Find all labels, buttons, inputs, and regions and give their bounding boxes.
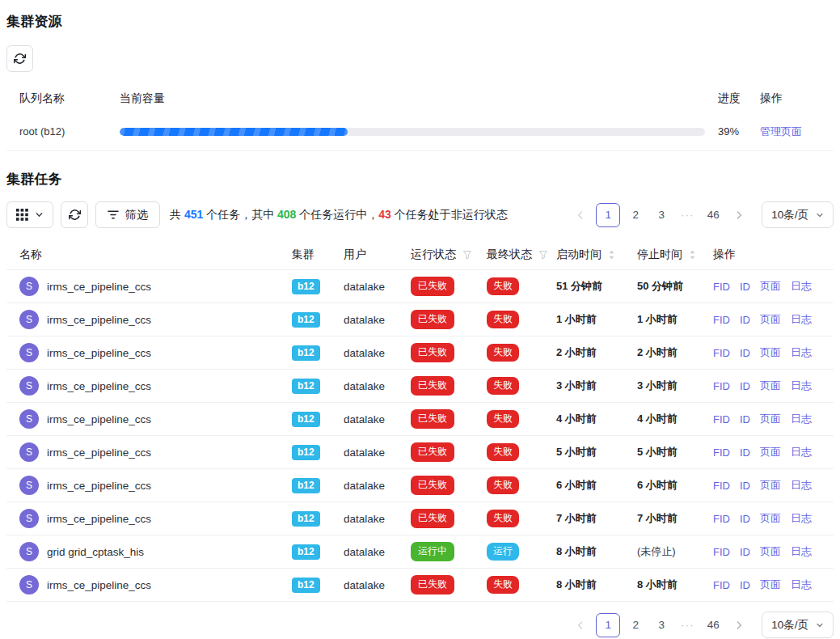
row-actions: FIDID页面日志 [713,478,834,493]
filter-funnel-icon[interactable] [462,250,472,260]
action-link-id[interactable]: ID [740,579,750,591]
prev-page-icon[interactable] [570,613,591,637]
col-header-run-status: 运行状态 [411,248,487,262]
action-link-fid[interactable]: FID [713,281,730,293]
sorter-icon[interactable] [608,249,615,260]
page-button-2[interactable]: 2 [625,613,646,637]
action-link-页面[interactable]: 页面 [760,578,781,592]
action-link-页面[interactable]: 页面 [760,412,781,426]
action-link-fid[interactable]: FID [713,413,730,425]
avatar: S [19,542,39,561]
run-status-badge: 已失败 [411,476,454,495]
action-link-id[interactable]: ID [740,513,750,525]
action-link-日志[interactable]: 日志 [791,279,812,294]
action-link-fid[interactable]: FID [713,480,730,492]
run-status-badge: 已失败 [411,442,454,462]
action-link-fid[interactable]: FID [713,546,730,558]
next-page-icon[interactable] [728,203,749,227]
avatar: S [19,409,39,429]
page-button-3[interactable]: 3 [651,203,672,227]
action-link-日志[interactable]: 日志 [791,544,812,559]
page-button-46[interactable]: 46 [703,203,724,227]
action-link-日志[interactable]: 日志 [791,478,812,493]
action-link-fid[interactable]: FID [713,347,730,359]
avatar-letter: S [26,480,32,491]
action-link-日志[interactable]: 日志 [791,511,812,526]
filter-button[interactable]: 筛选 [95,201,160,228]
avatar: S [19,376,39,396]
action-link-页面[interactable]: 页面 [760,345,781,360]
row-actions: FIDID页面日志 [713,511,834,526]
action-link-id[interactable]: ID [740,314,750,326]
action-link-id[interactable]: ID [740,546,750,558]
action-link-日志[interactable]: 日志 [791,312,812,327]
action-link-日志[interactable]: 日志 [791,379,812,393]
action-link-页面[interactable]: 页面 [760,312,781,327]
chevron-down-icon [35,210,44,219]
page-button-3[interactable]: 3 [651,613,672,637]
page-size-select[interactable]: 10条/页 [762,611,834,638]
stop-time: 5 小时前 [637,445,713,459]
action-link-id[interactable]: ID [740,281,750,293]
page-button-46[interactable]: 46 [703,613,724,637]
action-link-页面[interactable]: 页面 [760,379,781,393]
prev-page-icon[interactable] [570,203,591,227]
next-page-icon[interactable] [728,613,749,637]
chevron-down-icon [816,211,824,219]
page-ellipsis[interactable]: ··· [677,613,698,637]
cluster-tag: b12 [292,478,320,494]
action-link-页面[interactable]: 页面 [760,445,781,459]
start-time: 2 小时前 [556,345,637,360]
action-link-id[interactable]: ID [740,347,750,359]
avatar-letter: S [26,380,32,391]
page-button-1[interactable]: 1 [596,203,620,227]
col-header-stop-time: 停止时间 [637,248,713,262]
action-link-id[interactable]: ID [740,413,750,425]
filter-funnel-icon[interactable] [538,250,548,260]
tasks-footer: 1 2 3 ··· 46 10条/页 [6,611,834,638]
action-link-fid[interactable]: FID [713,579,730,591]
stop-time: 2 小时前 [637,345,713,360]
action-link-日志[interactable]: 日志 [791,412,812,426]
progress-fill [120,128,348,136]
action-link-id[interactable]: ID [740,446,750,459]
page-size-select[interactable]: 10条/页 [762,201,834,228]
layout-dropdown-button[interactable] [6,201,53,228]
avatar: S [19,442,39,462]
run-status-badge: 运行中 [411,542,454,561]
table-row: S irms_ce_pipeline_ccs b12 datalake 已失败 … [6,336,834,370]
tasks-table-header: 名称 集群 用户 运行状态 最终状态 启动时间 [6,239,834,270]
action-link-fid[interactable]: FID [713,446,730,459]
page-button-2[interactable]: 2 [625,203,646,227]
avatar: S [19,509,39,528]
action-link-fid[interactable]: FID [713,314,730,326]
action-link-id[interactable]: ID [740,380,750,392]
avatar-letter: S [26,413,32,425]
user-name: datalake [344,446,411,459]
summary-text: 共 [170,208,184,221]
sorter-icon[interactable] [689,249,696,260]
manage-page-link[interactable]: 管理页面 [760,125,802,138]
action-link-日志[interactable]: 日志 [791,345,812,360]
action-link-页面[interactable]: 页面 [760,478,781,493]
refresh-icon [69,209,81,221]
action-link-fid[interactable]: FID [713,513,730,525]
refresh-tasks-button[interactable] [61,201,88,228]
filter-icon [108,209,119,220]
page-button-1[interactable]: 1 [596,613,620,637]
page-ellipsis[interactable]: ··· [677,203,698,227]
action-link-日志[interactable]: 日志 [791,578,812,592]
action-link-fid[interactable]: FID [713,380,730,392]
action-link-页面[interactable]: 页面 [760,511,781,526]
action-link-页面[interactable]: 页面 [760,544,781,559]
avatar: S [19,277,39,296]
table-row: S irms_ce_pipeline_ccs b12 datalake 已失败 … [6,303,834,336]
task-name: irms_ce_pipeline_ccs [47,347,151,359]
row-actions: FIDID页面日志 [713,379,834,393]
tasks-summary: 共 451 个任务，其中 408 个任务运行中，43 个任务处于非运行状态 [170,208,508,222]
action-link-id[interactable]: ID [740,480,750,492]
refresh-resources-button[interactable] [6,45,33,72]
action-link-日志[interactable]: 日志 [791,445,812,459]
action-link-页面[interactable]: 页面 [760,279,781,294]
cluster-tag: b12 [292,312,320,328]
